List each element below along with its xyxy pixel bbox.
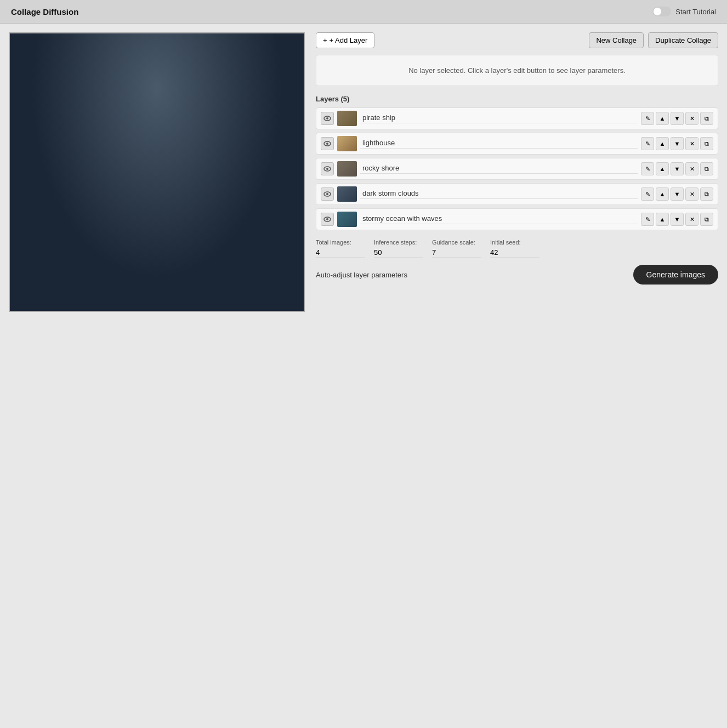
svg-point-3 xyxy=(184,39,304,88)
main-container: + + Add Layer New Collage Duplicate Coll… xyxy=(0,24,727,725)
new-collage-button[interactable]: New Collage xyxy=(589,32,644,48)
params-row: Total images: Inference steps: Guidance … xyxy=(316,239,718,258)
layer-visibility-toggle[interactable] xyxy=(321,213,334,226)
layer-edit-button[interactable]: ✎ xyxy=(641,137,654,150)
layer-thumbnail xyxy=(337,186,357,202)
plus-icon: + xyxy=(323,36,327,44)
layer-copy-button[interactable]: ⧉ xyxy=(700,162,713,175)
layer-down-button[interactable]: ▼ xyxy=(671,162,684,175)
toolbar: + + Add Layer New Collage Duplicate Coll… xyxy=(316,32,718,48)
inference-steps-input[interactable] xyxy=(374,247,423,258)
layer-name: rocky shore xyxy=(360,164,638,174)
add-layer-button[interactable]: + + Add Layer xyxy=(316,32,374,48)
svg-rect-11 xyxy=(10,218,304,311)
layer-actions: ✎ ▲ ▼ ✕ ⧉ xyxy=(641,162,713,175)
canvas-svg xyxy=(10,33,304,311)
layer-edit-button[interactable]: ✎ xyxy=(641,112,654,125)
svg-point-13 xyxy=(326,117,328,120)
layer-up-button[interactable]: ▲ xyxy=(656,112,669,125)
inference-steps-label: Inference steps: xyxy=(374,239,423,246)
total-images-group: Total images: xyxy=(316,239,365,258)
svg-point-4 xyxy=(162,55,271,99)
layer-up-button[interactable]: ▲ xyxy=(656,187,669,201)
layer-visibility-toggle[interactable] xyxy=(321,187,334,201)
svg-rect-8 xyxy=(53,142,67,150)
layer-row: stormy ocean with waves ✎ ▲ ▼ ✕ ⧉ xyxy=(316,208,718,230)
layer-actions: ✎ ▲ ▼ ✕ ⧉ xyxy=(641,112,713,125)
layer-visibility-toggle[interactable] xyxy=(321,162,334,175)
app-header: Collage Diffusion Start Tutorial xyxy=(0,0,727,24)
layer-visibility-toggle[interactable] xyxy=(321,112,334,125)
layer-thumbnail xyxy=(337,161,357,177)
svg-point-15 xyxy=(326,143,328,145)
svg-point-19 xyxy=(326,193,328,195)
auto-adjust-label[interactable]: Auto-adjust layer parameters xyxy=(316,271,407,279)
svg-point-1 xyxy=(10,39,129,93)
canvas-panel xyxy=(9,32,305,716)
layer-copy-button[interactable]: ⧉ xyxy=(700,112,713,125)
duplicate-collage-button[interactable]: Duplicate Collage xyxy=(648,32,718,48)
initial-seed-label: Initial seed: xyxy=(490,239,539,246)
total-images-input[interactable] xyxy=(316,247,365,258)
no-layer-message: No layer selected. Click a layer's edit … xyxy=(316,55,718,86)
total-images-label: Total images: xyxy=(316,239,365,246)
layer-thumbnail xyxy=(337,111,357,126)
app-title: Collage Diffusion xyxy=(11,7,78,16)
tutorial-toggle[interactable] xyxy=(652,7,671,16)
svg-rect-7 xyxy=(53,126,67,134)
layer-up-button[interactable]: ▲ xyxy=(656,213,669,226)
guidance-scale-input[interactable] xyxy=(432,247,481,258)
svg-rect-6 xyxy=(51,123,70,129)
generate-button[interactable]: Generate images xyxy=(633,265,718,285)
layer-visibility-toggle[interactable] xyxy=(321,137,334,150)
layer-actions: ✎ ▲ ▼ ✕ ⧉ xyxy=(641,137,713,150)
layer-edit-button[interactable]: ✎ xyxy=(641,213,654,226)
layer-edit-button[interactable]: ✎ xyxy=(641,187,654,201)
layer-copy-button[interactable]: ⧉ xyxy=(700,137,713,150)
layer-delete-button[interactable]: ✕ xyxy=(685,187,698,201)
layer-row: dark storm clouds ✎ ▲ ▼ ✕ ⧉ xyxy=(316,183,718,205)
layer-down-button[interactable]: ▼ xyxy=(671,187,684,201)
svg-point-2 xyxy=(75,33,249,88)
add-layer-label: + Add Layer xyxy=(330,36,368,44)
layer-row: lighthouse ✎ ▲ ▼ ✕ ⧉ xyxy=(316,133,718,155)
initial-seed-input[interactable] xyxy=(490,247,539,258)
prompt-display: a pirate ship moving across a stormy oce… xyxy=(9,725,718,728)
svg-rect-5 xyxy=(53,126,67,175)
guidance-scale-label: Guidance scale: xyxy=(432,239,481,246)
layer-row: rocky shore ✎ ▲ ▼ ✕ ⧉ xyxy=(316,158,718,180)
canvas-placeholder xyxy=(10,33,304,311)
layer-name: stormy ocean with waves xyxy=(360,214,638,224)
tutorial-label: Start Tutorial xyxy=(675,8,716,16)
layer-up-button[interactable]: ▲ xyxy=(656,137,669,150)
layer-copy-button[interactable]: ⧉ xyxy=(700,213,713,226)
svg-rect-10 xyxy=(53,118,69,126)
layer-actions: ✎ ▲ ▼ ✕ ⧉ xyxy=(641,187,713,201)
layer-delete-button[interactable]: ✕ xyxy=(685,162,698,175)
layer-down-button[interactable]: ▼ xyxy=(671,213,684,226)
header-right: Start Tutorial xyxy=(652,7,716,16)
svg-rect-0 xyxy=(10,33,304,311)
layer-row: pirate ship ✎ ▲ ▼ ✕ ⧉ xyxy=(316,107,718,129)
layer-name: pirate ship xyxy=(360,113,638,123)
layer-edit-button[interactable]: ✎ xyxy=(641,162,654,175)
layer-delete-button[interactable]: ✕ xyxy=(685,112,698,125)
layer-delete-button[interactable]: ✕ xyxy=(685,213,698,226)
layer-thumbnail xyxy=(337,136,357,151)
canvas-image xyxy=(9,32,305,312)
layer-down-button[interactable]: ▼ xyxy=(671,137,684,150)
bottom-section: a pirate ship moving across a stormy oce… xyxy=(0,725,727,728)
layer-actions: ✎ ▲ ▼ ✕ ⧉ xyxy=(641,213,713,226)
layer-delete-button[interactable]: ✕ xyxy=(685,137,698,150)
svg-point-17 xyxy=(326,168,328,170)
bottom-actions: Auto-adjust layer parameters Generate im… xyxy=(316,265,718,285)
svg-rect-9 xyxy=(53,158,67,167)
layer-down-button[interactable]: ▼ xyxy=(671,112,684,125)
initial-seed-group: Initial seed: xyxy=(490,239,539,258)
layer-copy-button[interactable]: ⧉ xyxy=(700,187,713,201)
layer-name: dark storm clouds xyxy=(360,189,638,199)
svg-point-21 xyxy=(326,218,328,220)
layer-thumbnail xyxy=(337,212,357,227)
layer-up-button[interactable]: ▲ xyxy=(656,162,669,175)
guidance-scale-group: Guidance scale: xyxy=(432,239,481,258)
